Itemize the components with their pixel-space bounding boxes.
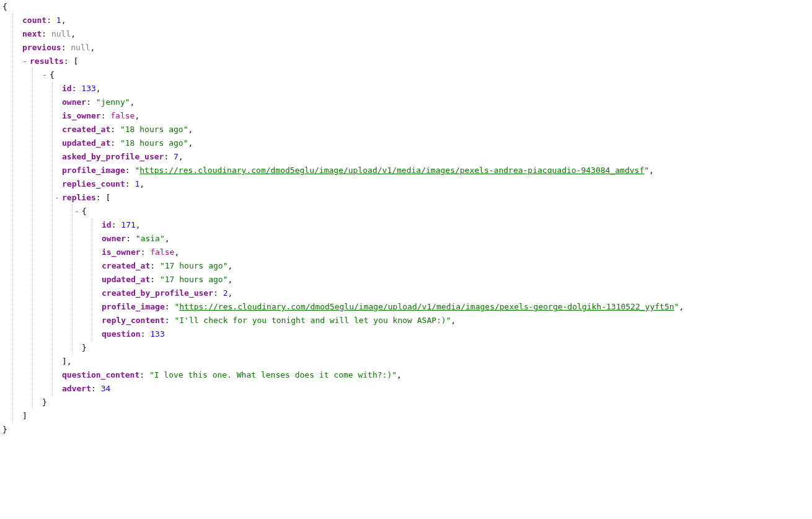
json-prop-asked-by: asked_by_profile_user: 7, [2,150,810,164]
json-reply-item-close: } [2,341,810,355]
json-array-item-close: } [2,396,810,409]
json-prop-question-content: question_content: "I love this one. What… [2,368,810,382]
collapse-toggle-icon[interactable]: - [74,205,82,218]
json-prop-reply-id: id: 171, [2,218,810,232]
json-prop-previous: previous: null, [2,41,810,55]
json-prop-count: count: 1, [2,14,810,27]
json-prop-reply-content: reply_content: "I'll check for you tonig… [2,314,810,327]
json-results-close: ] [2,409,810,423]
json-prop-replies-count: replies_count: 1, [2,177,810,191]
json-open-brace: { [2,0,810,14]
json-prop-updated-at: updated_at: "18 hours ago", [2,136,810,150]
json-prop-profile-image: profile_image: "https://res.cloudinary.c… [2,164,810,177]
json-prop-reply-is-owner: is_owner: false, [2,246,810,259]
json-prop-advert: advert: 34 [2,382,810,396]
json-prop-owner: owner: "jenny", [2,95,810,109]
json-prop-next: next: null, [2,27,810,41]
json-prop-replies[interactable]: -replies: [ [2,191,810,205]
json-array-item-open[interactable]: -{ [2,68,810,82]
profile-image-link[interactable]: https://res.cloudinary.com/dmod5eglu/ima… [139,166,644,175]
json-prop-reply-profile-image: profile_image: "https://res.cloudinary.c… [2,300,810,314]
json-close-brace: } [2,423,810,437]
json-prop-id: id: 133, [2,82,810,95]
collapse-toggle-icon[interactable]: - [42,68,50,82]
collapse-toggle-icon[interactable]: - [55,191,62,205]
json-prop-reply-created-by: created_by_profile_user: 2, [2,286,810,300]
json-prop-reply-created-at: created_at: "17 hours ago", [2,259,810,273]
json-viewer: { count: 1, next: null, previous: null, … [0,0,812,441]
json-prop-created-at: created_at: "18 hours ago", [2,123,810,136]
reply-profile-image-link[interactable]: https://res.cloudinary.com/dmod5eglu/ima… [179,302,674,311]
collapse-toggle-icon[interactable]: - [22,55,30,68]
json-prop-results[interactable]: -results: [ [2,55,810,68]
json-prop-reply-question: question: 133 [2,327,810,341]
json-reply-item-open[interactable]: -{ [2,205,810,218]
json-prop-reply-updated-at: updated_at: "17 hours ago", [2,273,810,286]
json-prop-reply-owner: owner: "asia", [2,232,810,246]
json-prop-is-owner: is_owner: false, [2,109,810,123]
json-replies-close: ], [2,355,810,368]
